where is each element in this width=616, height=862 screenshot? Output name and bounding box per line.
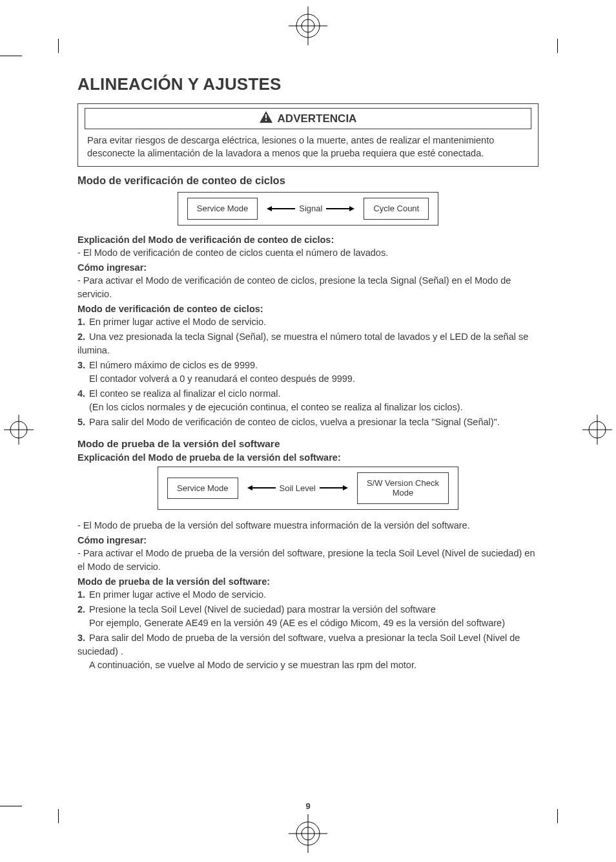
cycle-steps-list: 1.En primer lugar active el Modo de serv… — [77, 315, 539, 429]
cycle-mode-heading: Modo de verificación de conteo de ciclos… — [77, 304, 539, 314]
crop-mark — [58, 39, 59, 53]
svg-rect-14 — [265, 114, 267, 118]
warning-label: ADVERTENCIA — [278, 112, 357, 125]
list-item: 4.El conteo se realiza al finalizar el c… — [77, 387, 539, 414]
warning-box: ADVERTENCIA Para evitar riesgos de desca… — [77, 103, 539, 167]
svg-marker-23 — [343, 485, 348, 490]
page-number: 9 — [77, 801, 539, 811]
sw-enter-text: - Para activar el Modo de prueba de la v… — [77, 547, 539, 574]
list-item: 3.Para salir del Modo de prueba de la ve… — [77, 631, 539, 672]
crop-mark — [0, 806, 22, 806]
list-item: 2.Una vez presionada la tecla Signal (Se… — [77, 330, 539, 357]
sw-enter-heading: Cómo ingresar: — [77, 535, 539, 545]
warning-body: Para evitar riesgos de descarga eléctric… — [85, 134, 531, 160]
registration-mark-right — [582, 415, 612, 447]
cycle-explain-heading: Explicación del Modo de verificación de … — [77, 235, 539, 245]
diagram-arrow-label: Signal — [299, 204, 322, 213]
registration-mark-top — [289, 6, 327, 48]
crop-mark — [58, 809, 59, 823]
diagram-arrow-soil-level: Soil Level — [247, 483, 348, 493]
registration-mark-bottom — [289, 814, 327, 856]
crop-mark — [0, 56, 22, 56]
diagram-box-service-mode: Service Mode — [187, 198, 258, 220]
svg-point-3 — [302, 19, 314, 32]
diagram-arrow-label: Soil Level — [280, 483, 316, 493]
cycle-enter-text: - Para activar el Modo de verificación d… — [77, 274, 539, 301]
list-item: 1.En primer lugar active el Modo de serv… — [77, 588, 539, 602]
svg-point-6 — [296, 822, 320, 845]
svg-point-7 — [302, 827, 314, 840]
warning-header: ADVERTENCIA — [85, 108, 531, 129]
diagram-arrow-signal: Signal — [267, 204, 354, 213]
cycle-explain-text: - El Modo de verificación de conteo de c… — [77, 246, 539, 260]
sw-mode-heading: Modo de prueba de la versión del softwar… — [77, 576, 539, 587]
crop-mark — [557, 39, 558, 53]
crop-mark — [557, 809, 558, 823]
svg-marker-17 — [267, 206, 272, 211]
list-item: 2.Presione la tecla Soil Level (Nivel de… — [77, 603, 539, 630]
cycle-enter-heading: Cómo ingresar: — [77, 262, 539, 273]
warning-icon — [260, 111, 272, 126]
sw-line1: - El Modo de prueba de la versión del so… — [77, 519, 539, 532]
page-content: ALINEACIÓN Y AJUSTES ADVERTENCIA Para ev… — [77, 74, 539, 788]
svg-point-13 — [589, 421, 606, 438]
diagram-box-sw-version: S/W Version Check Mode — [357, 472, 449, 504]
registration-mark-left — [4, 415, 34, 447]
sw-steps-list: 1.En primer lugar active el Modo de serv… — [77, 588, 539, 672]
diagram-box-cycle-count: Cycle Count — [364, 198, 429, 220]
svg-marker-19 — [349, 206, 354, 211]
list-item: 3.El número máximo de ciclos es de 9999.… — [77, 359, 539, 386]
sw-version-diagram: Service Mode Soil Level S/W Version Chec… — [77, 467, 539, 510]
list-item: 5.Para salir del Modo de verificación de… — [77, 415, 539, 429]
svg-point-10 — [10, 421, 27, 438]
svg-rect-15 — [265, 120, 267, 121]
cycle-count-diagram: Service Mode Signal Cycle Count — [77, 192, 539, 226]
sw-explain-heading: Explicación del Modo de prueba de la ver… — [77, 452, 539, 463]
svg-marker-21 — [247, 485, 252, 490]
page-title: ALINEACIÓN Y AJUSTES — [77, 74, 539, 94]
diagram-box-service-mode: Service Mode — [167, 478, 238, 499]
list-item: 1.En primer lugar active el Modo de serv… — [77, 315, 539, 329]
cycle-count-heading: Modo de verificación de conteo de ciclos — [77, 174, 539, 187]
sw-heading: Modo de prueba de la versión del softwar… — [77, 438, 539, 450]
svg-point-2 — [296, 14, 320, 37]
